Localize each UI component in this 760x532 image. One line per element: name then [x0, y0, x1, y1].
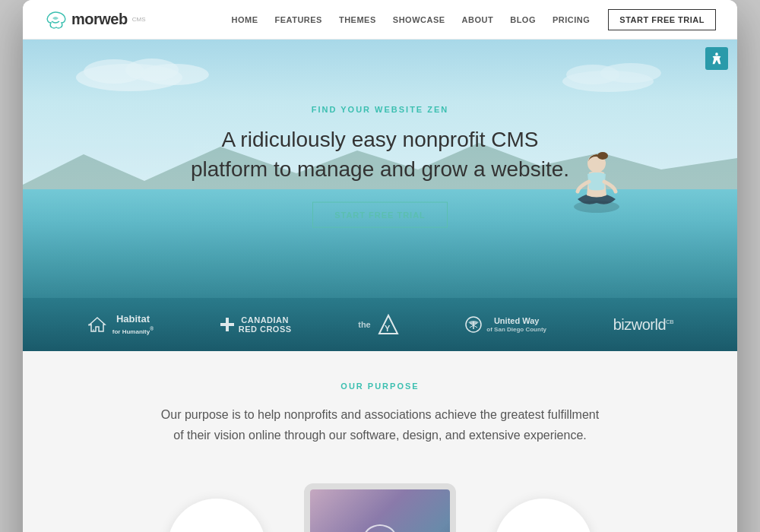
hero-person	[562, 135, 631, 226]
nav-blog[interactable]: BLOG	[510, 15, 536, 24]
logo-text: morweb	[71, 11, 128, 28]
nav-cta-button[interactable]: START FREE TRIAL	[608, 9, 716, 30]
hero-eyebrow: FIND YOUR WEBSITE ZEN	[190, 105, 570, 114]
logo-bizworld: bizworldCB	[613, 316, 673, 334]
nav-themes[interactable]: THEMES	[339, 15, 376, 24]
redcross-label: CANADIAN RED CROSS	[239, 315, 292, 334]
feature-cms: CMSSoftware	[494, 499, 593, 532]
features-row: ResponsiveWebsites	[38, 476, 722, 532]
svg-point-6	[600, 63, 661, 83]
redcross-icon	[220, 318, 234, 331]
svg-text:HH: HH	[88, 324, 91, 327]
ymca-the: the	[358, 320, 371, 329]
purpose-eyebrow: OUR PURPOSE	[38, 382, 722, 391]
svg-point-3	[141, 64, 209, 85]
hero-section: FIND YOUR WEBSITE ZEN A ridiculously eas…	[23, 40, 737, 298]
hero-cta-button[interactable]: START FREE TRIAL	[312, 202, 448, 228]
habitat-icon: HH	[87, 315, 108, 334]
tablet-device	[304, 483, 456, 532]
cloud-right	[555, 55, 676, 93]
main-nav: morweb CMS HOME FEATURES THEMES SHOWCASE…	[23, 0, 737, 40]
logos-bar: HH Habitat for Humanity® CANADIAN RED CR…	[23, 298, 737, 351]
tablet-screen	[310, 489, 450, 532]
accessibility-button[interactable]	[705, 47, 728, 70]
svg-text:Y: Y	[385, 324, 391, 333]
unitedway-icon	[465, 316, 482, 333]
browser-window: morweb CMS HOME FEATURES THEMES SHOWCASE…	[23, 0, 737, 532]
bizworld-label: bizworldCB	[613, 316, 673, 334]
logo-habitat: HH Habitat for Humanity®	[87, 313, 154, 336]
ymca-icon: Y	[378, 314, 399, 335]
nav-showcase[interactable]: SHOWCASE	[393, 15, 445, 24]
purpose-section: OUR PURPOSE Our purpose is to help nonpr…	[23, 351, 737, 532]
unitedway-label: United Way of San Diego County	[486, 315, 546, 334]
logo[interactable]: morweb CMS	[44, 9, 145, 30]
logo-sup: CMS	[132, 16, 146, 23]
habitat-label: Habitat for Humanity®	[112, 313, 154, 336]
hero-content: FIND YOUR WEBSITE ZEN A ridiculously eas…	[190, 105, 570, 228]
nav-home[interactable]: HOME	[231, 15, 258, 24]
purpose-description: Our purpose is to help nonprofits and as…	[160, 404, 600, 445]
nav-links: HOME FEATURES THEMES SHOWCASE ABOUT BLOG…	[231, 15, 590, 24]
nav-about[interactable]: ABOUT	[462, 15, 494, 24]
tablet-screen-logo	[357, 519, 403, 532]
svg-point-10	[715, 52, 718, 55]
feature-tablet	[266, 476, 494, 532]
svg-point-9	[597, 152, 608, 160]
accessibility-icon	[710, 52, 724, 65]
feature-responsive: ResponsiveWebsites	[167, 499, 266, 532]
nav-pricing[interactable]: PRICING	[553, 15, 590, 24]
cloud-left	[68, 47, 220, 93]
logo-unitedway: United Way of San Diego County	[465, 315, 546, 334]
logo-icon	[44, 9, 67, 30]
logo-ymca: the Y	[358, 314, 399, 335]
nav-features[interactable]: FEATURES	[274, 15, 321, 24]
hero-title: A ridiculously easy nonprofit CMS platfo…	[190, 125, 570, 184]
logo-redcross: CANADIAN RED CROSS	[220, 315, 292, 334]
